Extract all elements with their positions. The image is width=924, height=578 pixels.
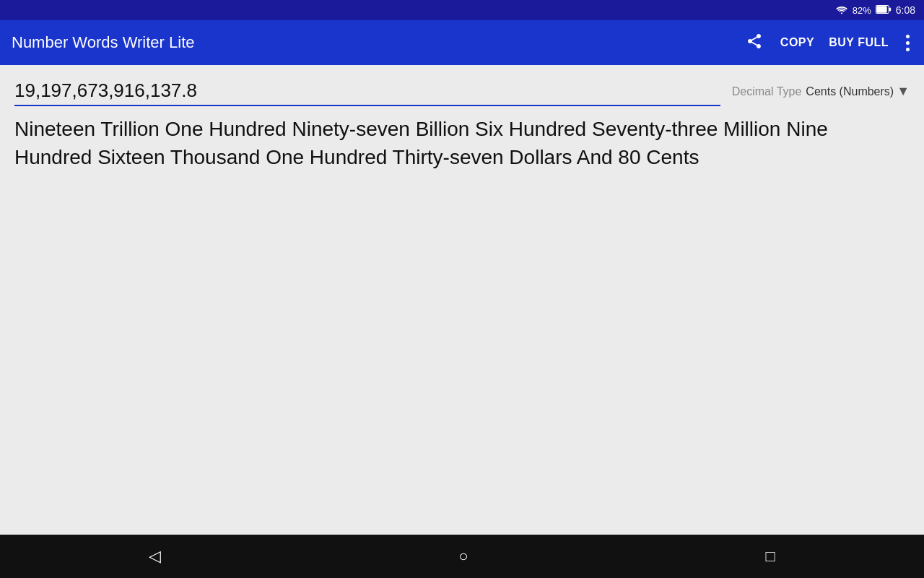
dropdown-arrow-icon[interactable]: ▼	[897, 84, 910, 99]
share-button[interactable]	[743, 30, 766, 56]
copy-button[interactable]: COPY	[780, 36, 814, 49]
buy-full-button[interactable]: BUY FULL	[829, 36, 889, 49]
svg-rect-2	[876, 6, 886, 12]
back-button[interactable]: ◁	[131, 541, 178, 571]
battery-percent: 82%	[853, 5, 871, 16]
status-bar: 82% 6:08	[0, 0, 924, 20]
svg-rect-3	[889, 7, 891, 11]
more-dot-2	[906, 41, 910, 45]
app-bar-actions: COPY BUY FULL	[743, 30, 912, 56]
result-text: Nineteen Trillion One Hundred Ninety-sev…	[14, 115, 910, 171]
status-icons: 82% 6:08	[835, 4, 915, 17]
decimal-type-label: Decimal Type	[732, 85, 802, 98]
decimal-type-container: Decimal Type Cents (Numbers) ▼	[732, 84, 910, 99]
time-display: 6:08	[896, 4, 915, 16]
more-dot-3	[906, 48, 910, 51]
more-dot-1	[906, 35, 910, 38]
decimal-type-value: Cents (Numbers)	[806, 85, 894, 98]
recent-button[interactable]: □	[749, 541, 793, 571]
svg-point-0	[841, 12, 842, 14]
app-title: Number Words Writer Lite	[12, 33, 734, 52]
app-bar: Number Words Writer Lite COPY BUY FULL	[0, 20, 924, 65]
wifi-icon	[835, 4, 848, 17]
battery-icon	[876, 5, 892, 16]
more-button[interactable]	[903, 32, 912, 54]
decimal-type-dropdown[interactable]: Cents (Numbers) ▼	[806, 84, 910, 99]
input-row: Decimal Type Cents (Numbers) ▼	[14, 77, 910, 106]
home-button[interactable]: ○	[441, 541, 485, 571]
number-input[interactable]	[14, 77, 720, 106]
nav-bar: ◁ ○ □	[0, 535, 924, 578]
main-content: Decimal Type Cents (Numbers) ▼ Nineteen …	[0, 65, 924, 535]
